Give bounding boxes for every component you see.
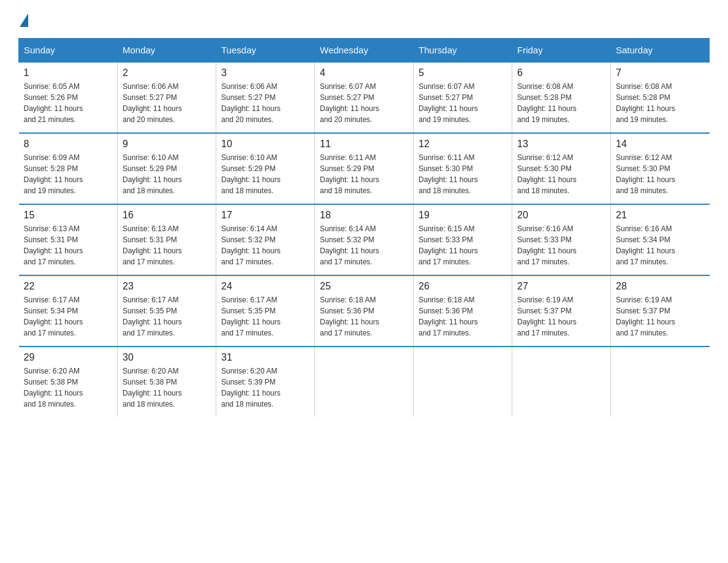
calendar-cell: 20Sunrise: 6:16 AM Sunset: 5:33 PM Dayli… [512,204,611,275]
day-number: 16 [123,210,211,221]
day-info: Sunrise: 6:06 AM Sunset: 5:27 PM Dayligh… [123,81,211,125]
day-number: 25 [320,281,408,292]
calendar-cell: 17Sunrise: 6:14 AM Sunset: 5:32 PM Dayli… [216,204,315,275]
calendar-cell: 16Sunrise: 6:13 AM Sunset: 5:31 PM Dayli… [118,204,216,275]
calendar-week-row: 1Sunrise: 6:05 AM Sunset: 5:26 PM Daylig… [19,62,710,133]
calendar-cell: 18Sunrise: 6:14 AM Sunset: 5:32 PM Dayli… [315,204,414,275]
day-number: 2 [123,67,211,79]
day-info: Sunrise: 6:20 AM Sunset: 5:38 PM Dayligh… [24,366,113,410]
header-wednesday: Wednesday [315,39,414,63]
calendar-cell: 7Sunrise: 6:08 AM Sunset: 5:28 PM Daylig… [611,62,710,133]
header-thursday: Thursday [414,39,512,63]
day-number: 22 [24,281,113,292]
calendar-cell [315,347,414,417]
calendar-cell [512,347,611,417]
calendar-cell: 12Sunrise: 6:11 AM Sunset: 5:30 PM Dayli… [414,133,512,204]
calendar-header-row: SundayMondayTuesdayWednesdayThursdayFrid… [19,39,710,63]
day-info: Sunrise: 6:19 AM Sunset: 5:37 PM Dayligh… [517,294,605,339]
logo [18,12,28,27]
calendar-cell: 14Sunrise: 6:12 AM Sunset: 5:30 PM Dayli… [611,133,710,204]
calendar-cell [414,347,512,417]
header-tuesday: Tuesday [216,39,315,63]
calendar-cell: 29Sunrise: 6:20 AM Sunset: 5:38 PM Dayli… [19,347,118,417]
day-info: Sunrise: 6:17 AM Sunset: 5:35 PM Dayligh… [221,294,309,339]
day-info: Sunrise: 6:14 AM Sunset: 5:32 PM Dayligh… [320,223,408,267]
calendar-table: SundayMondayTuesdayWednesdayThursdayFrid… [18,38,710,417]
day-number: 6 [517,67,605,79]
day-info: Sunrise: 6:11 AM Sunset: 5:30 PM Dayligh… [419,152,507,196]
day-info: Sunrise: 6:20 AM Sunset: 5:38 PM Dayligh… [123,366,211,410]
day-info: Sunrise: 6:07 AM Sunset: 5:27 PM Dayligh… [320,81,408,125]
calendar-cell: 10Sunrise: 6:10 AM Sunset: 5:29 PM Dayli… [216,133,315,204]
calendar-week-row: 29Sunrise: 6:20 AM Sunset: 5:38 PM Dayli… [19,347,710,417]
calendar-cell: 26Sunrise: 6:18 AM Sunset: 5:36 PM Dayli… [414,275,512,347]
day-number: 7 [616,67,705,79]
day-info: Sunrise: 6:12 AM Sunset: 5:30 PM Dayligh… [517,152,605,196]
calendar-cell: 23Sunrise: 6:17 AM Sunset: 5:35 PM Dayli… [118,275,216,347]
day-info: Sunrise: 6:08 AM Sunset: 5:28 PM Dayligh… [517,81,605,125]
calendar-cell: 15Sunrise: 6:13 AM Sunset: 5:31 PM Dayli… [19,204,118,275]
day-number: 29 [24,352,113,363]
calendar-cell: 31Sunrise: 6:20 AM Sunset: 5:39 PM Dayli… [216,347,315,417]
day-number: 31 [221,352,309,363]
day-info: Sunrise: 6:19 AM Sunset: 5:37 PM Dayligh… [616,294,705,339]
calendar-cell: 3Sunrise: 6:06 AM Sunset: 5:27 PM Daylig… [216,62,315,133]
day-number: 26 [419,281,507,292]
calendar-cell: 25Sunrise: 6:18 AM Sunset: 5:36 PM Dayli… [315,275,414,347]
header-saturday: Saturday [611,39,710,63]
calendar-cell: 22Sunrise: 6:17 AM Sunset: 5:34 PM Dayli… [19,275,118,347]
day-info: Sunrise: 6:14 AM Sunset: 5:32 PM Dayligh… [221,223,309,267]
calendar-cell: 28Sunrise: 6:19 AM Sunset: 5:37 PM Dayli… [611,275,710,347]
calendar-week-row: 8Sunrise: 6:09 AM Sunset: 5:28 PM Daylig… [19,133,710,204]
day-info: Sunrise: 6:10 AM Sunset: 5:29 PM Dayligh… [123,152,211,196]
day-number: 21 [616,210,705,221]
day-info: Sunrise: 6:16 AM Sunset: 5:33 PM Dayligh… [517,223,605,267]
day-info: Sunrise: 6:13 AM Sunset: 5:31 PM Dayligh… [24,223,113,267]
calendar-cell: 19Sunrise: 6:15 AM Sunset: 5:33 PM Dayli… [414,204,512,275]
day-info: Sunrise: 6:10 AM Sunset: 5:29 PM Dayligh… [221,152,309,196]
day-info: Sunrise: 6:15 AM Sunset: 5:33 PM Dayligh… [419,223,507,267]
calendar-cell: 5Sunrise: 6:07 AM Sunset: 5:27 PM Daylig… [414,62,512,133]
calendar-cell: 2Sunrise: 6:06 AM Sunset: 5:27 PM Daylig… [118,62,216,133]
day-number: 27 [517,281,605,292]
day-info: Sunrise: 6:16 AM Sunset: 5:34 PM Dayligh… [616,223,705,267]
calendar-cell: 9Sunrise: 6:10 AM Sunset: 5:29 PM Daylig… [118,133,216,204]
day-info: Sunrise: 6:18 AM Sunset: 5:36 PM Dayligh… [320,294,408,339]
calendar-cell: 8Sunrise: 6:09 AM Sunset: 5:28 PM Daylig… [19,133,118,204]
calendar-cell: 1Sunrise: 6:05 AM Sunset: 5:26 PM Daylig… [19,62,118,133]
day-number: 5 [419,67,507,79]
day-number: 23 [123,281,211,292]
page-header [18,12,710,27]
day-number: 24 [221,281,309,292]
day-number: 19 [419,210,507,221]
calendar-cell: 24Sunrise: 6:17 AM Sunset: 5:35 PM Dayli… [216,275,315,347]
day-info: Sunrise: 6:17 AM Sunset: 5:35 PM Dayligh… [123,294,211,339]
calendar-cell: 30Sunrise: 6:20 AM Sunset: 5:38 PM Dayli… [118,347,216,417]
day-info: Sunrise: 6:17 AM Sunset: 5:34 PM Dayligh… [24,294,113,339]
day-number: 10 [221,139,309,150]
day-info: Sunrise: 6:13 AM Sunset: 5:31 PM Dayligh… [123,223,211,267]
day-number: 8 [24,139,113,150]
logo-triangle-icon [20,13,28,27]
day-number: 30 [123,352,211,363]
calendar-week-row: 22Sunrise: 6:17 AM Sunset: 5:34 PM Dayli… [19,275,710,347]
day-number: 17 [221,210,309,221]
day-info: Sunrise: 6:05 AM Sunset: 5:26 PM Dayligh… [24,81,113,125]
calendar-cell: 21Sunrise: 6:16 AM Sunset: 5:34 PM Dayli… [611,204,710,275]
calendar-cell: 4Sunrise: 6:07 AM Sunset: 5:27 PM Daylig… [315,62,414,133]
day-number: 4 [320,67,408,79]
day-info: Sunrise: 6:06 AM Sunset: 5:27 PM Dayligh… [221,81,309,125]
day-info: Sunrise: 6:18 AM Sunset: 5:36 PM Dayligh… [419,294,507,339]
day-number: 9 [123,139,211,150]
day-info: Sunrise: 6:08 AM Sunset: 5:28 PM Dayligh… [616,81,705,125]
day-number: 1 [24,67,113,79]
calendar-cell: 11Sunrise: 6:11 AM Sunset: 5:29 PM Dayli… [315,133,414,204]
day-number: 28 [616,281,705,292]
day-number: 14 [616,139,705,150]
day-number: 12 [419,139,507,150]
day-number: 15 [24,210,113,221]
day-number: 3 [221,67,309,79]
calendar-cell [611,347,710,417]
day-number: 18 [320,210,408,221]
day-number: 13 [517,139,605,150]
